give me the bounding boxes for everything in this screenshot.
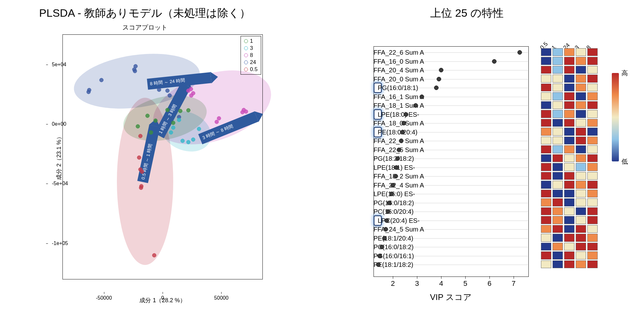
score-point [149, 131, 153, 135]
score-point [214, 120, 219, 124]
heatmap-cell [541, 234, 551, 242]
heatmap-cell [541, 137, 551, 145]
heatmap-cell [576, 84, 586, 92]
heatmap-cell [553, 57, 563, 65]
legend-item: 3 [244, 45, 258, 52]
colorbar-low: 低 [621, 157, 628, 166]
heatmap-cell [587, 190, 598, 198]
heatmap-cell [576, 119, 586, 127]
heatmap-cell [553, 154, 563, 162]
heatmap-cell [541, 198, 551, 206]
heatmap-cell [541, 119, 551, 127]
heatmap-cell [541, 145, 551, 153]
score-point [189, 94, 194, 98]
heatmap-cell [553, 172, 563, 180]
heatmap-cell [576, 181, 586, 189]
heatmap-cell [541, 207, 551, 215]
heatmap-cell [564, 145, 574, 153]
heatmap-cell [576, 243, 586, 251]
vip-feature-label: PE(18:0/20:4) [374, 127, 382, 137]
heatmap-cell [576, 110, 586, 118]
heatmap-cell [587, 154, 598, 162]
heatmap-cell [587, 181, 598, 189]
heatmap-cell [587, 137, 598, 145]
vip-point [377, 254, 382, 258]
heatmap-cell [576, 190, 586, 198]
heatmap-cell [587, 66, 598, 74]
x-tick: 50000 [214, 295, 229, 301]
heatmap-cell [587, 128, 598, 136]
score-point [244, 110, 248, 114]
heatmap-cell [564, 225, 574, 233]
vip-point [399, 139, 403, 143]
score-point [171, 121, 175, 125]
legend-item: 24 [244, 59, 258, 66]
heatmap-cell [541, 190, 551, 198]
heatmap-cell [576, 163, 586, 171]
score-point [177, 118, 181, 122]
heatmap-cell [587, 225, 598, 233]
heatmap-cell [564, 163, 574, 171]
vip-point [402, 121, 406, 125]
score-point [181, 139, 185, 143]
score-point [152, 253, 156, 257]
vip-point [376, 262, 381, 267]
vip-point [382, 236, 387, 241]
legend-label: 3 [250, 45, 253, 52]
x-tick: -50000 [96, 295, 112, 301]
plsda-legend: 138240.5 [241, 36, 261, 75]
heatmap-cell [576, 128, 586, 136]
score-point [191, 138, 195, 142]
heatmap-cell [576, 57, 586, 65]
vip-xlabel: VIP スコア [430, 292, 472, 303]
heatmap-cell [564, 137, 574, 145]
legend-swatch [244, 68, 248, 71]
vip-point [517, 50, 522, 55]
heatmap-cell [576, 137, 586, 145]
heatmap-cell [576, 101, 586, 109]
score-point [167, 94, 172, 98]
vip-point [404, 112, 408, 117]
heatmap-cell [587, 110, 598, 118]
vip-feature-label: PG(16:0/18:1) [374, 83, 382, 93]
score-point [171, 126, 175, 130]
heatmap-cell [587, 207, 598, 215]
vip-point [387, 201, 392, 205]
heatmap-cell [576, 207, 586, 215]
vip-point [384, 227, 388, 232]
heatmap-cell [587, 216, 598, 224]
legend-label: 0.5 [250, 66, 258, 73]
score-point [217, 116, 221, 120]
vip-point [434, 86, 439, 90]
vip-point [437, 77, 441, 81]
heatmap-cell [564, 66, 574, 74]
heatmap-cell [587, 198, 598, 206]
heatmap-cell [564, 190, 574, 198]
legend-item: 1 [244, 38, 258, 45]
vip-point [391, 183, 395, 187]
plsda-title: PLSDA - 教師ありモデル（未処理は除く） [13, 6, 277, 21]
vip-point [439, 68, 443, 72]
heatmap-cell [541, 260, 551, 268]
heatmap-cell [564, 119, 574, 127]
heatmap-cell [553, 92, 563, 100]
heatmap-cell [564, 251, 574, 259]
heatmap-cell [541, 251, 551, 259]
y-tick: -5e+04 [52, 181, 65, 186]
heatmap-cell [587, 84, 598, 92]
score-point [178, 109, 182, 113]
heatmap-cell [587, 57, 598, 65]
score-point [145, 114, 149, 118]
plsda-panel: PLSDA - 教師ありモデル（未処理は除く） スコアプロット 138240.5… [13, 0, 277, 279]
vip-point [380, 245, 384, 249]
heatmap-cell [564, 181, 574, 189]
score-point [134, 64, 138, 68]
y-tick: 0e+00 [52, 121, 65, 127]
heatmap-cell [564, 207, 574, 215]
heatmap-cell [587, 48, 598, 56]
heatmap-cell [564, 172, 574, 180]
colorbar: 高 低 [612, 73, 619, 161]
score-point [87, 88, 91, 92]
heatmap-cell [564, 110, 574, 118]
heatmap-cell [553, 75, 563, 83]
